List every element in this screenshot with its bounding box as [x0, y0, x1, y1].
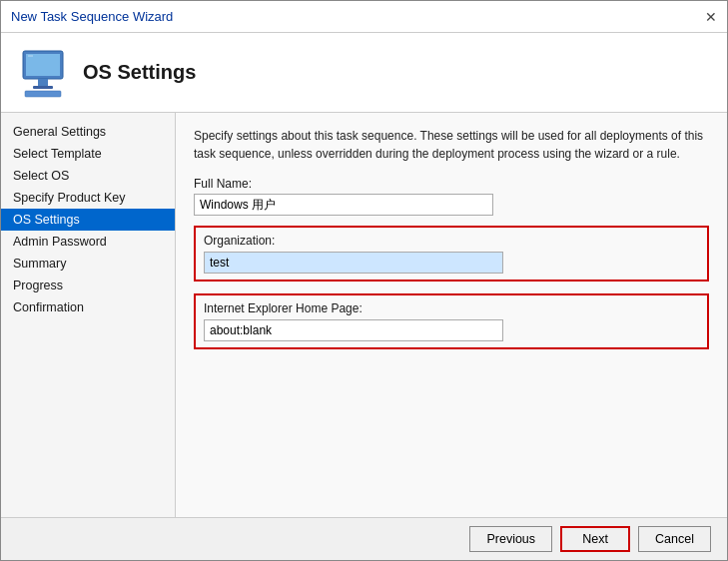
- dialog-title: New Task Sequence Wizard: [11, 9, 173, 24]
- svg-rect-2: [38, 79, 48, 86]
- organization-group: Organization:: [194, 226, 709, 281]
- page-title: OS Settings: [83, 61, 196, 84]
- svg-rect-5: [25, 91, 61, 97]
- svg-rect-3: [33, 86, 53, 89]
- sidebar-item-specify-product-key[interactable]: Specify Product Key: [1, 187, 175, 209]
- body: General Settings Select Template Select …: [1, 113, 727, 517]
- organization-label: Organization:: [204, 234, 699, 248]
- sidebar-item-select-template[interactable]: Select Template: [1, 143, 175, 165]
- title-bar: New Task Sequence Wizard ✕: [1, 1, 727, 33]
- sidebar-item-progress[interactable]: Progress: [1, 275, 175, 296]
- sidebar-item-summary[interactable]: Summary: [1, 253, 175, 275]
- cancel-button[interactable]: Cancel: [638, 526, 711, 552]
- computer-icon: [17, 47, 69, 99]
- close-button[interactable]: ✕: [705, 10, 717, 24]
- full-name-group: Full Name:: [194, 177, 709, 216]
- previous-button[interactable]: Previous: [469, 526, 552, 552]
- full-name-input[interactable]: [194, 194, 493, 216]
- sidebar-item-confirmation[interactable]: Confirmation: [1, 296, 175, 318]
- footer: Previous Next Cancel: [1, 517, 727, 560]
- ie-home-label: Internet Explorer Home Page:: [204, 301, 699, 315]
- next-button[interactable]: Next: [560, 526, 630, 552]
- dialog: New Task Sequence Wizard ✕ OS Settings: [0, 0, 728, 561]
- svg-rect-1: [26, 54, 60, 76]
- sidebar-item-os-settings[interactable]: OS Settings: [1, 209, 175, 231]
- sidebar-item-select-os[interactable]: Select OS: [1, 165, 175, 187]
- ie-home-group: Internet Explorer Home Page:: [194, 293, 709, 349]
- sidebar-item-general-settings[interactable]: General Settings: [1, 121, 175, 143]
- sidebar-item-admin-password[interactable]: Admin Password: [1, 231, 175, 253]
- ie-home-input[interactable]: [204, 319, 503, 341]
- title-bar-left: New Task Sequence Wizard: [11, 9, 173, 24]
- full-name-label: Full Name:: [194, 177, 709, 191]
- main-content: Specify settings about this task sequenc…: [176, 113, 727, 517]
- header: OS Settings: [1, 33, 727, 113]
- organization-input[interactable]: [204, 252, 503, 274]
- sidebar: General Settings Select Template Select …: [1, 113, 176, 517]
- description-text: Specify settings about this task sequenc…: [194, 127, 709, 163]
